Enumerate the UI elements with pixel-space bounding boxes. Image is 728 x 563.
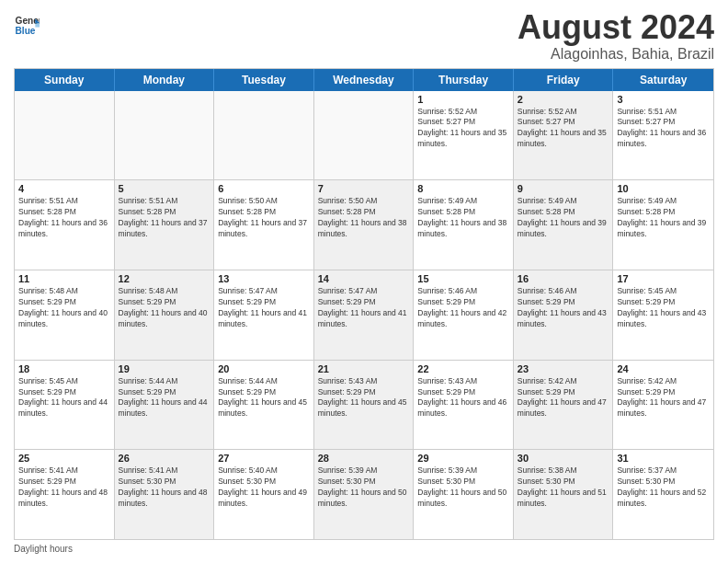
calendar-cell: 1Sunrise: 5:52 AM Sunset: 5:27 PM Daylig…: [414, 91, 514, 180]
calendar-body: 1Sunrise: 5:52 AM Sunset: 5:27 PM Daylig…: [15, 91, 713, 539]
day-number: 17: [617, 273, 710, 284]
cell-info: Sunrise: 5:48 AM Sunset: 5:29 PM Dayligh…: [18, 286, 110, 330]
calendar-cell: 12Sunrise: 5:48 AM Sunset: 5:29 PM Dayli…: [115, 270, 215, 360]
calendar-cell: 8Sunrise: 5:49 AM Sunset: 5:28 PM Daylig…: [414, 180, 514, 270]
svg-text:Blue: Blue: [16, 26, 36, 36]
cell-info: Sunrise: 5:47 AM Sunset: 5:29 PM Dayligh…: [318, 286, 410, 330]
calendar-cell: [214, 91, 314, 180]
cell-info: Sunrise: 5:51 AM Sunset: 5:27 PM Dayligh…: [617, 107, 710, 151]
calendar: SundayMondayTuesdayWednesdayThursdayFrid…: [14, 68, 714, 540]
day-number: 8: [417, 183, 509, 194]
calendar-week: 25Sunrise: 5:41 AM Sunset: 5:29 PM Dayli…: [15, 450, 713, 539]
day-number: 13: [218, 273, 310, 284]
day-number: 18: [18, 363, 110, 374]
calendar-cell: 2Sunrise: 5:52 AM Sunset: 5:27 PM Daylig…: [514, 91, 614, 180]
day-number: 4: [18, 183, 110, 194]
header: General Blue August 2024 Alagoinhas, Bah…: [14, 9, 714, 63]
day-number: 24: [617, 363, 710, 374]
day-number: 1: [417, 94, 509, 105]
calendar-cell: 9Sunrise: 5:49 AM Sunset: 5:28 PM Daylig…: [514, 180, 614, 270]
cell-info: Sunrise: 5:40 AM Sunset: 5:30 PM Dayligh…: [218, 465, 310, 510]
cell-info: Sunrise: 5:45 AM Sunset: 5:29 PM Dayligh…: [18, 376, 110, 420]
calendar-week: 11Sunrise: 5:48 AM Sunset: 5:29 PM Dayli…: [15, 270, 713, 361]
calendar-cell: 14Sunrise: 5:47 AM Sunset: 5:29 PM Dayli…: [314, 270, 415, 360]
cell-info: Sunrise: 5:51 AM Sunset: 5:28 PM Dayligh…: [18, 196, 110, 240]
weekday-header: Thursday: [414, 69, 514, 91]
calendar-cell: [115, 91, 215, 180]
cell-info: Sunrise: 5:52 AM Sunset: 5:27 PM Dayligh…: [417, 107, 509, 151]
calendar-cell: 15Sunrise: 5:46 AM Sunset: 5:29 PM Dayli…: [414, 270, 514, 360]
cell-info: Sunrise: 5:51 AM Sunset: 5:28 PM Dayligh…: [119, 196, 210, 240]
calendar-cell: 29Sunrise: 5:39 AM Sunset: 5:30 PM Dayli…: [414, 450, 514, 539]
cell-info: Sunrise: 5:44 AM Sunset: 5:29 PM Dayligh…: [218, 376, 310, 420]
day-number: 23: [518, 363, 609, 374]
calendar-cell: 11Sunrise: 5:48 AM Sunset: 5:29 PM Dayli…: [15, 270, 115, 360]
calendar-cell: 20Sunrise: 5:44 AM Sunset: 5:29 PM Dayli…: [214, 361, 314, 450]
day-number: 16: [518, 273, 609, 284]
cell-info: Sunrise: 5:43 AM Sunset: 5:29 PM Dayligh…: [417, 376, 509, 420]
cell-info: Sunrise: 5:52 AM Sunset: 5:27 PM Dayligh…: [518, 107, 609, 151]
calendar-cell: 16Sunrise: 5:46 AM Sunset: 5:29 PM Dayli…: [514, 270, 614, 360]
footer-note: Daylight hours: [14, 544, 714, 554]
cell-info: Sunrise: 5:48 AM Sunset: 5:29 PM Dayligh…: [119, 286, 210, 330]
day-number: 11: [18, 273, 110, 284]
day-number: 26: [119, 453, 210, 464]
calendar-cell: 30Sunrise: 5:38 AM Sunset: 5:30 PM Dayli…: [514, 450, 614, 539]
weekday-header: Friday: [514, 69, 614, 91]
cell-info: Sunrise: 5:49 AM Sunset: 5:28 PM Dayligh…: [617, 196, 710, 240]
calendar-cell: 27Sunrise: 5:40 AM Sunset: 5:30 PM Dayli…: [214, 450, 314, 539]
day-number: 21: [318, 363, 410, 374]
calendar-cell: 21Sunrise: 5:43 AM Sunset: 5:29 PM Dayli…: [314, 361, 415, 450]
cell-info: Sunrise: 5:42 AM Sunset: 5:29 PM Dayligh…: [518, 376, 609, 420]
cell-info: Sunrise: 5:49 AM Sunset: 5:28 PM Dayligh…: [417, 196, 509, 240]
day-number: 31: [617, 453, 710, 464]
cell-info: Sunrise: 5:44 AM Sunset: 5:29 PM Dayligh…: [119, 376, 210, 420]
day-number: 6: [218, 183, 310, 194]
calendar-week: 4Sunrise: 5:51 AM Sunset: 5:28 PM Daylig…: [15, 180, 713, 270]
calendar-week: 18Sunrise: 5:45 AM Sunset: 5:29 PM Dayli…: [15, 361, 713, 451]
calendar-cell: 7Sunrise: 5:50 AM Sunset: 5:28 PM Daylig…: [314, 180, 415, 270]
calendar-header-row: SundayMondayTuesdayWednesdayThursdayFrid…: [15, 69, 713, 91]
day-number: 3: [617, 94, 710, 105]
cell-info: Sunrise: 5:50 AM Sunset: 5:28 PM Dayligh…: [318, 196, 410, 240]
day-number: 15: [417, 273, 509, 284]
day-number: 5: [119, 183, 210, 194]
subtitle: Alagoinhas, Bahia, Brazil: [518, 46, 714, 63]
weekday-header: Sunday: [15, 69, 115, 91]
day-number: 7: [318, 183, 410, 194]
calendar-cell: 3Sunrise: 5:51 AM Sunset: 5:27 PM Daylig…: [613, 91, 713, 180]
cell-info: Sunrise: 5:42 AM Sunset: 5:29 PM Dayligh…: [617, 376, 710, 420]
day-number: 30: [518, 453, 609, 464]
calendar-cell: 28Sunrise: 5:39 AM Sunset: 5:30 PM Dayli…: [314, 450, 415, 539]
calendar-cell: [314, 91, 415, 180]
logo-icon: General Blue: [14, 13, 40, 39]
day-number: 25: [18, 453, 110, 464]
day-number: 20: [218, 363, 310, 374]
day-number: 22: [417, 363, 509, 374]
svg-marker-3: [35, 23, 40, 28]
cell-info: Sunrise: 5:41 AM Sunset: 5:29 PM Dayligh…: [18, 465, 110, 510]
calendar-cell: 19Sunrise: 5:44 AM Sunset: 5:29 PM Dayli…: [115, 361, 215, 450]
cell-info: Sunrise: 5:50 AM Sunset: 5:28 PM Dayligh…: [218, 196, 310, 240]
calendar-cell: 31Sunrise: 5:37 AM Sunset: 5:30 PM Dayli…: [613, 450, 713, 539]
cell-info: Sunrise: 5:46 AM Sunset: 5:29 PM Dayligh…: [417, 286, 509, 330]
weekday-header: Saturday: [613, 69, 713, 91]
day-number: 27: [218, 453, 310, 464]
calendar-cell: 23Sunrise: 5:42 AM Sunset: 5:29 PM Dayli…: [514, 361, 614, 450]
day-number: 14: [318, 273, 410, 284]
main-title: August 2024: [518, 9, 714, 46]
weekday-header: Monday: [115, 69, 215, 91]
cell-info: Sunrise: 5:45 AM Sunset: 5:29 PM Dayligh…: [617, 286, 710, 330]
cell-info: Sunrise: 5:43 AM Sunset: 5:29 PM Dayligh…: [318, 376, 410, 420]
weekday-header: Wednesday: [314, 69, 415, 91]
cell-info: Sunrise: 5:46 AM Sunset: 5:29 PM Dayligh…: [518, 286, 609, 330]
calendar-cell: 13Sunrise: 5:47 AM Sunset: 5:29 PM Dayli…: [214, 270, 314, 360]
day-number: 19: [119, 363, 210, 374]
cell-info: Sunrise: 5:38 AM Sunset: 5:30 PM Dayligh…: [518, 465, 609, 510]
day-number: 29: [417, 453, 509, 464]
cell-info: Sunrise: 5:37 AM Sunset: 5:30 PM Dayligh…: [617, 465, 710, 510]
page: General Blue August 2024 Alagoinhas, Bah…: [0, 0, 728, 563]
cell-info: Sunrise: 5:41 AM Sunset: 5:30 PM Dayligh…: [119, 465, 210, 510]
calendar-cell: 5Sunrise: 5:51 AM Sunset: 5:28 PM Daylig…: [115, 180, 215, 270]
day-number: 12: [119, 273, 210, 284]
